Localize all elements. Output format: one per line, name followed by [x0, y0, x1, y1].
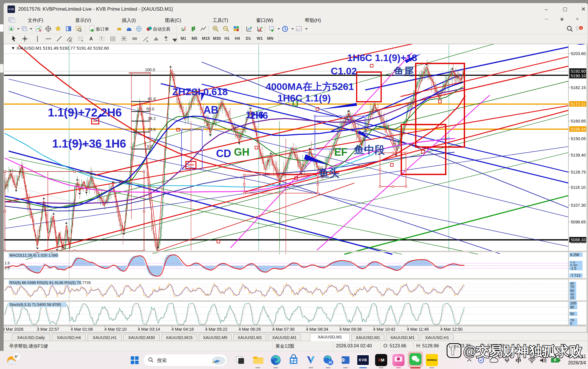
- svg-text:1H6C 1.1(9)+18: 1H6C 1.1(9)+18: [347, 52, 417, 63]
- svg-text:5182.15: 5182.15: [571, 85, 586, 90]
- svg-text:4 Mar 12:50: 4 Mar 12:50: [440, 327, 462, 332]
- svg-text:4 Mar 03:14: 4 Mar 03:14: [138, 327, 160, 332]
- svg-text:-1.5: -1.5: [570, 266, 576, 270]
- svg-text:AB: AB: [203, 104, 218, 116]
- svg-text:Stoch(9,3,3) 71.5400 58.9785: Stoch(9,3,3) 71.5400 58.9785: [10, 302, 61, 307]
- svg-text:4 Mar 11:46: 4 Mar 11:46: [407, 327, 429, 332]
- svg-text:1.1(9)+72 2H6: 1.1(9)+72 2H6: [48, 106, 122, 119]
- svg-text:▼ XAUUSD,M1 5191.49 5192.77 5: ▼ XAUUSD,M1 5191.49 5192.77 5191.42 5192…: [11, 46, 109, 50]
- svg-text:4 Mar 06:26: 4 Mar 06:26: [239, 327, 261, 332]
- svg-text:0.0: 0.0: [147, 144, 153, 149]
- svg-text:4 Mar 01:06: 4 Mar 01:06: [71, 327, 93, 332]
- svg-text:-1.5: -1.5: [3, 266, 10, 270]
- svg-text:3 Mar 2026: 3 Mar 2026: [3, 327, 23, 332]
- svg-text:80: 80: [570, 305, 574, 309]
- svg-text:100.0: 100.0: [145, 67, 155, 72]
- svg-text:6°: 6°: [15, 354, 18, 359]
- svg-text:50: 50: [570, 289, 574, 293]
- svg-text:4 Mar 10:42: 4 Mar 10:42: [373, 327, 395, 332]
- svg-text:4 Mar 07:30: 4 Mar 07:30: [272, 327, 294, 332]
- svg-text:E: E: [70, 40, 72, 43]
- svg-text:CD: CD: [216, 148, 231, 159]
- svg-text:鱼尾: 鱼尾: [393, 65, 414, 77]
- svg-text:5172.11: 5172.11: [571, 102, 585, 106]
- svg-text:C1.02: C1.02: [331, 65, 357, 76]
- svg-text:@交易财神独孤求败: @交易财神独孤求败: [463, 344, 583, 359]
- svg-text:A: A: [89, 36, 93, 41]
- svg-text:鱼中段: 鱼中段: [353, 144, 385, 156]
- svg-text:ZHZSI 0.618: ZHZSI 0.618: [172, 86, 228, 97]
- svg-text:5096.65: 5096.65: [571, 220, 586, 224]
- svg-text:4 Mar 04:18: 4 Mar 04:18: [171, 327, 194, 332]
- svg-text:5190.10: 5190.10: [571, 74, 586, 78]
- svg-text:4 Mar 08:34: 4 Mar 08:34: [306, 327, 328, 332]
- svg-text:4 Mar 05:22: 4 Mar 05:22: [205, 327, 227, 332]
- svg-text:3 Mar 22:57: 3 Mar 22:57: [37, 327, 59, 332]
- svg-text:38.2: 38.2: [148, 116, 156, 121]
- svg-text:4000MA在上方5261: 4000MA在上方5261: [266, 81, 354, 92]
- svg-text:5150.05: 5150.05: [571, 136, 586, 141]
- svg-text:5156.44: 5156.44: [571, 127, 586, 131]
- svg-text:F: F: [82, 40, 83, 43]
- svg-text:5192.60: 5192.60: [571, 69, 586, 74]
- svg-text:RSI(9) 66.0398 RSI(5) 61.9138: RSI(9) 66.0398 RSI(5) 61.9138 RSI(5) 70.…: [10, 280, 91, 285]
- svg-text:5088.33: 5088.33: [571, 238, 586, 242]
- svg-text:70: 70: [570, 285, 574, 289]
- svg-text:15: 15: [570, 296, 574, 300]
- svg-text:5160.85: 5160.85: [571, 119, 586, 123]
- svg-text:5203.60: 5203.60: [571, 51, 586, 56]
- svg-text:4 Mar 09:38: 4 Mar 09:38: [339, 327, 362, 332]
- svg-text:5118.10: 5118.10: [571, 185, 585, 190]
- svg-text:GH: GH: [234, 146, 249, 158]
- svg-text:EF: EF: [334, 146, 347, 158]
- svg-text:5107.30: 5107.30: [571, 203, 586, 208]
- svg-text:0: 0: [570, 322, 572, 326]
- svg-text:MACD(12,26,9) 1.020 1.085: MACD(12,26,9) 1.020 1.085: [10, 253, 58, 257]
- svg-text:G: G: [146, 40, 148, 43]
- svg-text:1.5: 1.5: [5, 261, 10, 265]
- svg-text:8.258: 8.258: [570, 253, 579, 257]
- svg-text:4 Mar 02:10: 4 Mar 02:10: [104, 327, 126, 332]
- svg-text:-7.713: -7.713: [570, 274, 580, 278]
- svg-text:T: T: [101, 37, 103, 40]
- svg-text:23.6: 23.6: [148, 127, 156, 132]
- svg-text:5128.75: 5128.75: [571, 170, 586, 174]
- svg-text:1.1(9)+36 1H6: 1.1(9)+36 1H6: [52, 137, 126, 150]
- svg-text:IJ: IJ: [292, 100, 298, 108]
- svg-text:1H6C 1.1(9): 1H6C 1.1(9): [277, 93, 331, 103]
- svg-text:1: 1: [580, 27, 582, 30]
- svg-text:2H6: 2H6: [250, 110, 268, 121]
- svg-text:100: 100: [570, 301, 576, 305]
- svg-text:鱼头: 鱼头: [318, 167, 339, 179]
- svg-text:50.0: 50.0: [146, 107, 154, 111]
- svg-text:50: 50: [570, 312, 574, 316]
- svg-text:5139.40: 5139.40: [571, 153, 586, 157]
- svg-text:O: O: [342, 358, 345, 362]
- svg-text:f: f: [451, 344, 455, 357]
- svg-text:61.8: 61.8: [148, 97, 156, 101]
- svg-text:Ai: Ai: [329, 361, 332, 364]
